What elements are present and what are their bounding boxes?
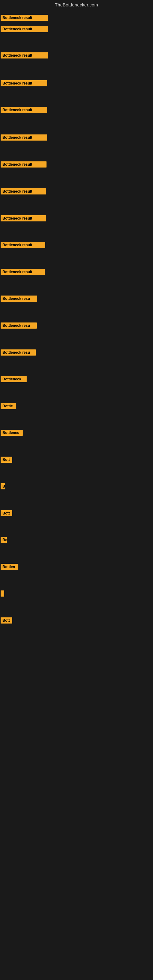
bottleneck-row-16: Bottle xyxy=(1,403,16,410)
bottleneck-result-bar-7[interactable]: Bottleneck result xyxy=(1,161,46,167)
bottleneck-row-19: B xyxy=(1,483,5,491)
bottleneck-result-bar-10[interactable]: Bottleneck result xyxy=(1,242,45,248)
bottleneck-row-3: Bottleneck result xyxy=(1,52,48,60)
bottleneck-result-bar-9[interactable]: Bottleneck result xyxy=(1,215,46,221)
bottleneck-row-2: Bottleneck result xyxy=(1,26,48,33)
bottleneck-result-bar-22[interactable]: Bottlen xyxy=(1,564,18,570)
bottleneck-row-24: Bott xyxy=(1,617,12,625)
bottleneck-result-bar-3[interactable]: Bottleneck result xyxy=(1,52,48,59)
bottleneck-result-bar-14[interactable]: Bottleneck resu xyxy=(1,350,36,356)
bottleneck-result-bar-23[interactable]: | xyxy=(1,590,4,597)
bottleneck-row-23: | xyxy=(1,590,4,598)
bottleneck-result-bar-20[interactable]: Bott xyxy=(1,510,12,516)
bottleneck-row-20: Bott xyxy=(1,510,12,517)
bottleneck-result-bar-5[interactable]: Bottleneck result xyxy=(1,107,47,113)
bottleneck-row-5: Bottleneck result xyxy=(1,107,47,114)
bottleneck-result-bar-19[interactable]: B xyxy=(1,483,5,489)
bottleneck-result-bar-17[interactable]: Bottlenec xyxy=(1,430,22,436)
bottleneck-row-18: Bott xyxy=(1,457,12,464)
bottleneck-result-bar-12[interactable]: Bottleneck resu xyxy=(1,296,37,302)
bottleneck-row-10: Bottleneck result xyxy=(1,242,45,249)
bottleneck-row-9: Bottleneck result xyxy=(1,215,46,223)
bottleneck-row-11: Bottleneck result xyxy=(1,269,45,276)
bottleneck-row-4: Bottleneck result xyxy=(1,80,47,88)
bottleneck-row-17: Bottlenec xyxy=(1,430,22,437)
bottleneck-row-1: Bottleneck result xyxy=(1,15,48,22)
bottleneck-result-bar-1[interactable]: Bottleneck result xyxy=(1,15,48,21)
bottleneck-row-21: Bo xyxy=(1,537,7,544)
bottleneck-row-13: Bottleneck resu xyxy=(1,323,37,330)
bottleneck-result-bar-24[interactable]: Bott xyxy=(1,617,12,624)
bottleneck-result-bar-18[interactable]: Bott xyxy=(1,457,12,463)
bottleneck-result-bar-2[interactable]: Bottleneck result xyxy=(1,26,48,32)
bottleneck-row-7: Bottleneck result xyxy=(1,161,46,169)
bottleneck-result-bar-13[interactable]: Bottleneck resu xyxy=(1,323,37,329)
bottleneck-row-22: Bottlen xyxy=(1,564,18,571)
bottleneck-row-14: Bottleneck resu xyxy=(1,350,36,357)
bottleneck-row-12: Bottleneck resu xyxy=(1,296,37,303)
bottleneck-row-8: Bottleneck result xyxy=(1,188,46,196)
bottleneck-result-bar-8[interactable]: Bottleneck result xyxy=(1,188,46,194)
site-title: TheBottlenecker.com xyxy=(0,0,153,9)
bottleneck-result-bar-4[interactable]: Bottleneck result xyxy=(1,80,47,86)
bottleneck-result-bar-16[interactable]: Bottle xyxy=(1,403,16,409)
bottleneck-result-bar-15[interactable]: Bottleneck xyxy=(1,376,27,382)
bottleneck-result-bar-6[interactable]: Bottleneck result xyxy=(1,134,47,140)
bottleneck-result-bar-11[interactable]: Bottleneck result xyxy=(1,269,45,275)
bottleneck-row-6: Bottleneck result xyxy=(1,134,47,142)
bottleneck-result-bar-21[interactable]: Bo xyxy=(1,537,7,543)
bottleneck-row-15: Bottleneck xyxy=(1,376,27,383)
